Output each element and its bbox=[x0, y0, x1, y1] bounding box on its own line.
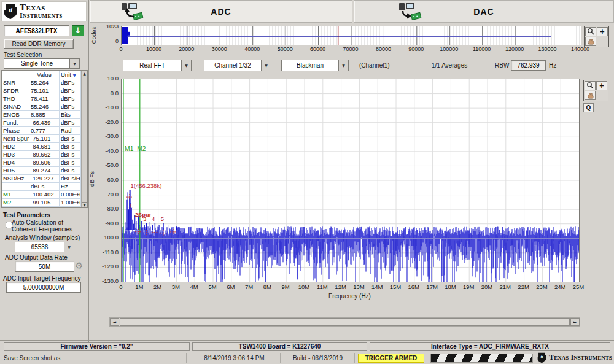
unit-filter-icon[interactable]: ▼ bbox=[73, 73, 76, 78]
cursor-tool-icon[interactable]: Q bbox=[583, 103, 594, 112]
metric-value: -129.227 bbox=[29, 175, 60, 183]
gear-icon[interactable]: ⚙ bbox=[75, 260, 83, 271]
metric-unit: Hz bbox=[60, 183, 81, 191]
metric-name: Next Spur bbox=[2, 135, 29, 143]
status-build: Build - 03/13/2019 bbox=[283, 355, 352, 362]
fft-x-tick-label: 18M bbox=[441, 284, 459, 290]
codes-x-tick-label: 110000 bbox=[468, 46, 495, 52]
ti-wordmark: Texas Instruments bbox=[20, 3, 63, 19]
zoom-in-icon[interactable]: + bbox=[596, 81, 607, 90]
fft-h-scrollbar[interactable]: ◄ ► bbox=[109, 317, 580, 327]
header-value: Value bbox=[29, 71, 60, 79]
table-row[interactable]: SINAD55.246dBFs bbox=[2, 103, 87, 111]
table-row[interactable]: THD78.411dBFs bbox=[2, 95, 87, 103]
fft-y-tick-label: 10.0 bbox=[96, 75, 119, 82]
divider bbox=[354, 353, 355, 363]
scrollbar-thumb[interactable] bbox=[120, 318, 570, 326]
scroll-right-icon[interactable]: ► bbox=[570, 318, 580, 326]
analysis-window-select[interactable]: 65536 ▼ bbox=[15, 242, 74, 252]
fft-spectrum-plot[interactable] bbox=[121, 79, 580, 282]
table-row[interactable]: HD5-89.274dBFs bbox=[2, 167, 87, 175]
codes-x-tick-label: 20000 bbox=[173, 46, 200, 52]
fft-y-tick-label: -120.0 bbox=[96, 263, 119, 269]
chevron-down-icon: ▼ bbox=[181, 60, 191, 71]
fft-x-tick-label: 6M bbox=[222, 284, 240, 290]
fft-y-axis-label: dB Fs bbox=[88, 165, 95, 193]
status-interface: Interface Type = ADC_FIRMWARE_RXTX bbox=[370, 342, 610, 351]
table-row[interactable]: dBFsHz bbox=[2, 183, 87, 191]
codes-x-tick-label: 30000 bbox=[206, 46, 233, 52]
metric-value: 8.885 bbox=[29, 111, 60, 119]
window-select[interactable]: Blackman ▼ bbox=[281, 60, 349, 71]
table-row[interactable]: NSD/Hz-129.227dBFs/Hz bbox=[2, 175, 87, 183]
brand-text: Texas Instruments bbox=[549, 354, 612, 362]
table-row[interactable]: HD3-89.662dBFs bbox=[2, 151, 87, 159]
codes-x-tick-label: 70000 bbox=[337, 46, 364, 52]
rbw-input[interactable] bbox=[511, 60, 546, 71]
table-row[interactable]: Fund.-66.439dBFs bbox=[2, 119, 87, 127]
zoom-icon[interactable] bbox=[585, 27, 596, 36]
metric-value: 55.246 bbox=[29, 103, 60, 111]
metric-value: -89.662 bbox=[29, 151, 60, 159]
tab-adc[interactable]: ADC bbox=[90, 0, 352, 23]
divider bbox=[0, 340, 614, 341]
zoom-icon[interactable] bbox=[585, 81, 596, 90]
metric-name: Fund. bbox=[2, 119, 29, 127]
metric-value: 78.411 bbox=[29, 95, 60, 103]
table-row[interactable]: HD4-89.606dBFs bbox=[2, 159, 87, 167]
fft-x-tick-label: 7M bbox=[240, 284, 258, 290]
codes-y-axis-label: Codes bbox=[90, 23, 97, 48]
metric-unit: dBFs bbox=[60, 87, 81, 95]
tab-dac[interactable]: DAC bbox=[354, 0, 614, 23]
zoom-in-icon[interactable]: + bbox=[597, 27, 608, 36]
table-row[interactable]: SFDR75.101dBFs bbox=[2, 87, 87, 95]
codes-x-tick-label: 40000 bbox=[239, 46, 266, 52]
fft-y-tick-label: -60.0 bbox=[96, 176, 119, 183]
codes-x-tick-label: 100000 bbox=[435, 46, 462, 52]
codes-plot-tools: + bbox=[584, 26, 609, 47]
table-row[interactable]: Next Spur-75.101dBFs bbox=[2, 135, 87, 143]
metric-unit: dBFs bbox=[60, 79, 81, 87]
read-ddr-memory-button[interactable]: Read DDR Memory bbox=[4, 39, 74, 49]
measurements-scrollbar[interactable]: ▲ ▼ bbox=[81, 71, 87, 207]
table-row[interactable]: ENOB8.885Bits bbox=[2, 111, 87, 119]
ti-logo: ti Texas Instruments bbox=[1, 1, 87, 21]
fft-x-tick-label: 5M bbox=[203, 284, 222, 290]
scroll-left-icon[interactable]: ◄ bbox=[110, 318, 119, 326]
pan-hand-icon[interactable] bbox=[585, 91, 596, 100]
device-download-button[interactable]: ↓ bbox=[72, 25, 84, 36]
fft-plot-tools: + bbox=[583, 80, 608, 101]
table-row[interactable]: SNR55.264dBFs bbox=[2, 79, 87, 87]
adc-input-freq-input[interactable] bbox=[6, 282, 81, 293]
adc-output-rate-label: ADC Output Data Rate bbox=[5, 254, 68, 261]
channel-select[interactable]: Channel 1/32 ▼ bbox=[204, 60, 271, 71]
metric-value: 75.101 bbox=[29, 87, 60, 95]
ti-bug-icon: ti bbox=[4, 4, 17, 20]
device-select-input[interactable] bbox=[4, 25, 69, 36]
table-row[interactable]: HD2-84.681dBFs bbox=[2, 143, 87, 151]
metric-name: HD3 bbox=[2, 151, 29, 159]
fft-type-select[interactable]: Real FFT ▼ bbox=[123, 60, 192, 71]
metric-unit: dBFs/Hz bbox=[60, 175, 81, 183]
metric-value: -84.681 bbox=[29, 143, 60, 151]
save-screenshot-item[interactable]: Save Screen shot as bbox=[4, 355, 60, 362]
fft-y-tick-label: -110.0 bbox=[96, 249, 119, 255]
measurements-header-row: Value Unit ▼ bbox=[2, 71, 87, 79]
table-row[interactable]: M2-99.1051.00E+6 bbox=[2, 199, 87, 207]
codes-capture-plot[interactable] bbox=[121, 26, 581, 45]
table-row[interactable]: Phase0.777Rad bbox=[2, 127, 87, 135]
hsdc-pro-window: ti Texas Instruments ↓ Read DDR Memory T… bbox=[0, 0, 614, 364]
pan-hand-icon[interactable] bbox=[585, 37, 596, 46]
codes-x-tick-label: 120000 bbox=[501, 46, 528, 52]
fft-y-tick-label: -70.0 bbox=[96, 191, 119, 198]
measurements-table[interactable]: Value Unit ▼ SNR55.264dBFsSFDR75.101dBFs… bbox=[1, 70, 88, 208]
brand-line2: Instruments bbox=[20, 12, 63, 20]
scroll-down-icon[interactable]: ▼ bbox=[82, 202, 87, 207]
rbw-unit-label: Hz bbox=[549, 62, 556, 69]
adc-output-rate-input[interactable] bbox=[15, 261, 74, 272]
metric-unit: dBFs bbox=[60, 103, 81, 111]
scroll-up-icon[interactable]: ▲ bbox=[82, 71, 87, 76]
test-selection-select[interactable]: Single Tone ▼ bbox=[4, 58, 80, 69]
table-row[interactable]: M1-100.4020.00E+0 bbox=[2, 191, 87, 199]
fft-y-tick-label: -30.0 bbox=[96, 133, 119, 139]
